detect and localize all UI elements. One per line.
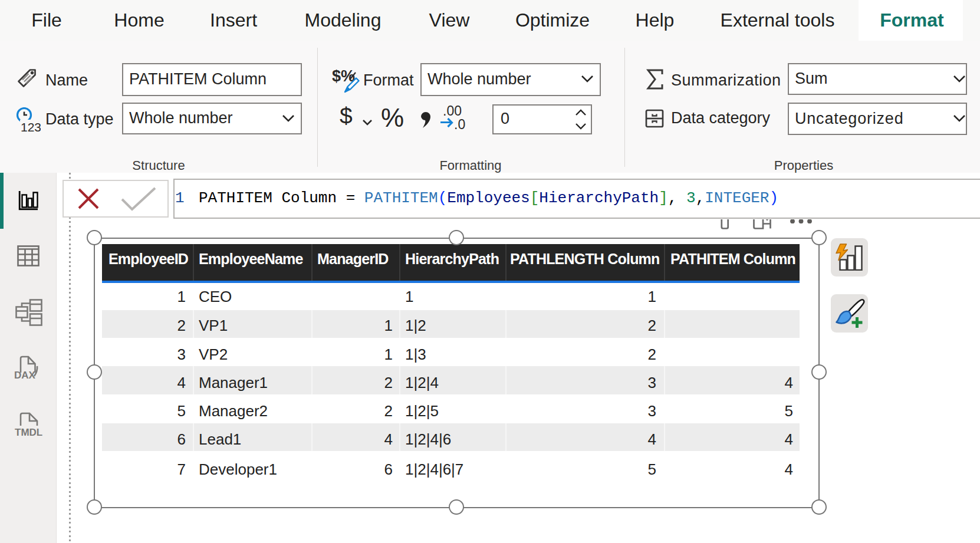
svg-text:TMDL: TMDL — [15, 427, 42, 438]
svg-text:123: 123 — [21, 120, 41, 134]
svg-text:.0: .0 — [454, 117, 465, 131]
svg-text:DAX: DAX — [14, 370, 36, 381]
